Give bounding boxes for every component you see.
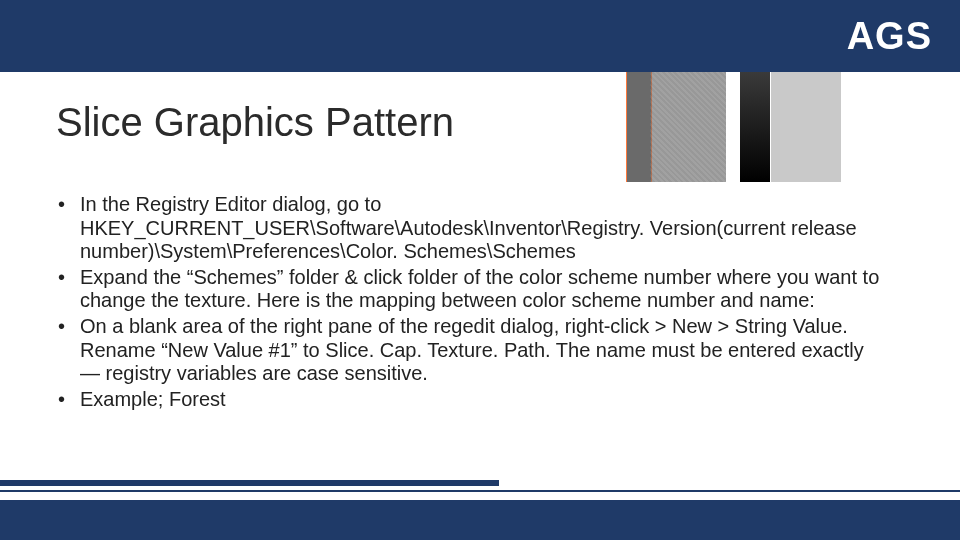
- bullet-item: On a blank area of the right pane of the…: [56, 315, 886, 386]
- slice-texture-thumbnail-2: [740, 72, 840, 182]
- slice-texture-thumbnail-1: [626, 72, 726, 182]
- footer-decoration: [0, 480, 960, 540]
- bullet-item: Example; Forest: [56, 388, 886, 412]
- footer-stripe: [0, 490, 960, 492]
- header-bar: AGS: [0, 0, 960, 72]
- brand-label: AGS: [847, 15, 932, 58]
- footer-block: [0, 500, 960, 540]
- slide-content: Slice Graphics Pattern In the Registry E…: [0, 72, 960, 411]
- bullet-list: In the Registry Editor dialog, go to HKE…: [56, 193, 886, 411]
- footer-stripe: [0, 480, 499, 486]
- illustration-group: [626, 72, 840, 182]
- bullet-item: In the Registry Editor dialog, go to HKE…: [56, 193, 886, 264]
- bullet-item: Expand the “Schemes” folder & click fold…: [56, 266, 886, 313]
